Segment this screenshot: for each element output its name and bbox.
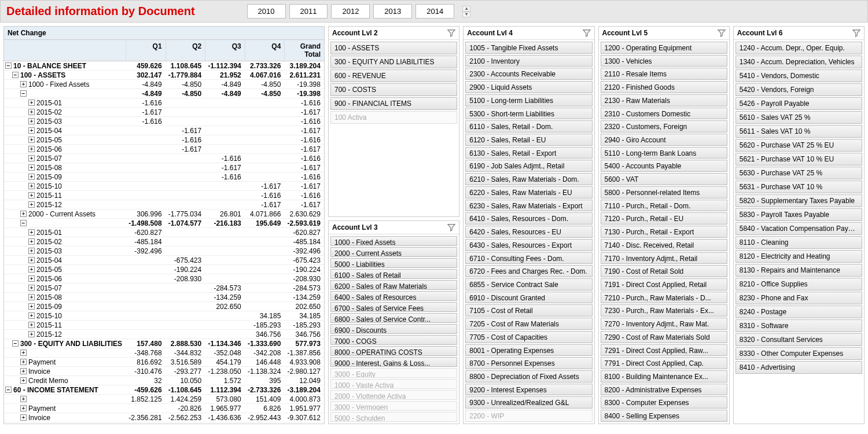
spinner-up-icon[interactable]: ▲ (462, 6, 470, 12)
year-button[interactable]: 2013 (373, 4, 412, 19)
expand-icon[interactable]: + (28, 257, 35, 263)
slicer-item[interactable]: 8800 - Depreciation of Fixed Assets (465, 370, 592, 382)
expand-icon[interactable]: + (28, 312, 35, 319)
slicer-item[interactable]: 8330 - Other Computer Expenses (735, 347, 862, 360)
slicer-item[interactable]: 2120 - Finished Goods (601, 81, 727, 93)
slicer-item[interactable]: 5631 - Purchase VAT 10 % (735, 181, 862, 193)
pivot-row-label[interactable]: +2015-03 (4, 247, 126, 255)
slicer-item[interactable]: 5630 - Purchase VAT 25 % (735, 167, 862, 179)
year-button[interactable]: 2014 (415, 4, 454, 19)
expand-icon[interactable]: + (28, 322, 35, 328)
slicer-item[interactable]: 5610 - Sales VAT 25 % (735, 111, 862, 124)
slicer-item[interactable]: 7110 - Purch., Retail - Dom. (601, 200, 727, 212)
pivot-row-label[interactable]: +2015-06 (4, 275, 126, 283)
slicer-item[interactable]: 7270 - Inventory Adjmt., Raw Mat. (601, 318, 727, 330)
slicer-item[interactable]: 5000 - Liabilities (330, 258, 457, 268)
slicer-item[interactable]: 6420 - Sales, Resources - EU (465, 226, 592, 238)
expand-icon[interactable]: + (20, 414, 27, 421)
slicer-item[interactable]: 2310 - Customers Domestic (601, 108, 727, 120)
slicer-item[interactable]: 3000 - Vermogen (330, 401, 457, 411)
slicer-item[interactable]: 5110 - Long-term Bank Loans (601, 147, 727, 159)
slicer-item[interactable]: 1005 - Tangible Fixed Assets (465, 42, 592, 54)
slicer-item[interactable]: 6910 - Discount Granted (465, 292, 592, 304)
slicer-item[interactable]: 8700 - Personnel Expenses (465, 357, 592, 369)
pivot-row-label[interactable]: + (4, 396, 126, 402)
slicer-item[interactable]: 8001 - Operating Expenses (465, 344, 592, 356)
slicer-item[interactable]: 1000 - Fixed Assets (330, 236, 457, 246)
slicer-item[interactable]: 6210 - Sales, Raw Materials - Dom. (465, 173, 592, 185)
slicer-item[interactable]: 6410 - Sales, Resources - Dom. (465, 212, 592, 225)
pivot-column-header[interactable]: Q4 (245, 40, 285, 61)
expand-icon[interactable]: + (28, 164, 35, 171)
slicer-item[interactable]: 2110 - Resale Items (601, 68, 727, 80)
expand-icon[interactable]: + (28, 331, 35, 337)
pivot-row-label[interactable]: +2015-02 (4, 238, 126, 246)
slicer-item[interactable]: 1340 - Accum. Depreciation, Vehicles (735, 56, 862, 68)
slicer-item[interactable]: 5820 - Supplementary Taxes Payable (735, 194, 862, 207)
slicer-item[interactable]: 8200 - Administrative Expenses (601, 384, 727, 396)
expand-icon[interactable]: + (28, 238, 35, 245)
collapse-icon[interactable]: − (20, 220, 27, 226)
year-button[interactable]: 2011 (289, 4, 328, 19)
slicer-item[interactable]: 8100 - Building Maintenance Ex... (601, 370, 727, 382)
slicer-item[interactable]: 7290 - Cost of Raw Materials Sold (601, 331, 727, 343)
slicer-item[interactable]: 2000 - Vlottende Activa (330, 390, 457, 400)
slicer-item[interactable]: 6100 - Sales of Retail (330, 269, 457, 279)
expand-icon[interactable]: + (28, 303, 35, 310)
slicer-item[interactable]: 7205 - Cost of Raw Materials (465, 318, 592, 330)
slicer-item[interactable]: 7791 - Direct Cost Applied, Cap. (601, 357, 727, 369)
pivot-row-label[interactable]: +2015-10 (4, 182, 126, 190)
slicer-item[interactable]: 8310 - Software (735, 319, 862, 332)
slicer-item[interactable]: 8410 - Advertising (735, 361, 862, 374)
funnel-icon[interactable] (852, 29, 860, 37)
expand-icon[interactable]: + (28, 229, 35, 236)
pivot-row-label[interactable]: +Payment (4, 404, 126, 413)
pivot-column-header[interactable]: Q1 (126, 40, 165, 61)
pivot-row-label[interactable]: +2015-06 (4, 145, 126, 153)
slicer-item[interactable]: 6230 - Sales, Raw Materials - Export (465, 200, 592, 212)
pivot-row-label[interactable]: +2015-12 (4, 330, 126, 339)
slicer-item[interactable]: 3000 - Equity (330, 368, 457, 378)
slicer-item[interactable]: 5300 - Short-term Liabilities (465, 108, 592, 120)
slicer-item[interactable]: 7140 - Disc. Received, Retail (601, 239, 727, 251)
pivot-row-label[interactable]: +2015-04 (4, 256, 126, 264)
slicer-item[interactable]: 900 - FINANCIAL ITEMS (330, 97, 457, 110)
pivot-row-label[interactable]: +2015-12 (4, 201, 126, 209)
expand-icon[interactable]: + (28, 109, 35, 115)
slicer-item[interactable]: 5420 - Vendors, Foreign (735, 83, 862, 96)
year-button[interactable]: 2012 (331, 4, 370, 19)
expand-icon[interactable]: + (28, 294, 35, 300)
slicer-item[interactable]: 6190 - Job Sales Adjmt., Retail (465, 160, 592, 172)
slicer-item[interactable]: 8130 - Repairs and Maintenance (735, 264, 862, 277)
pivot-row-label[interactable]: +2015-09 (4, 173, 126, 181)
slicer-item[interactable]: 6130 - Sales, Retail - Export (465, 147, 592, 159)
expand-icon[interactable]: + (20, 424, 27, 424)
year-button[interactable]: 2010 (247, 4, 286, 19)
slicer-item[interactable]: 6710 - Consulting Fees - Dom. (465, 252, 592, 264)
collapse-icon[interactable]: − (20, 90, 27, 97)
expand-icon[interactable]: + (28, 248, 35, 254)
slicer-item[interactable]: 1200 - Operating Equipment (601, 42, 727, 54)
slicer-item[interactable]: 2130 - Raw Materials (601, 94, 727, 106)
slicer-item[interactable]: 6120 - Sales, Retail - EU (465, 134, 592, 146)
slicer-item[interactable]: 6200 - Sales of Raw Materials (330, 280, 457, 290)
slicer-item[interactable]: 5621 - Purchase VAT 10 % EU (735, 153, 862, 165)
slicer-item[interactable]: 8300 - Computer Expenses (601, 396, 727, 409)
pivot-row-label[interactable]: +2015-10 (4, 312, 126, 320)
pivot-row-label[interactable]: +2015-09 (4, 303, 126, 311)
slicer-item[interactable]: 8400 - Selling Expenses (601, 410, 727, 422)
expand-icon[interactable]: + (20, 396, 27, 402)
slicer-item[interactable]: 6700 - Sales of Service Fees (330, 302, 457, 312)
pivot-row-label[interactable]: +Credit Memo (4, 423, 126, 425)
slicer-item[interactable]: 7191 - Direct Cost Applied, Retail (601, 278, 727, 290)
pivot-row-label[interactable]: −100 - ASSETS (4, 71, 126, 79)
pivot-row-label[interactable]: +2015-08 (4, 164, 126, 172)
slicer-item[interactable]: 5100 - Long-term Liabilities (465, 94, 592, 106)
year-spinner[interactable]: ▲ ▼ (462, 6, 470, 17)
expand-icon[interactable]: + (28, 266, 35, 273)
pivot-row-label[interactable]: +2015-01 (4, 229, 126, 237)
slicer-item[interactable]: 9200 - Interest Expenses (465, 384, 592, 396)
slicer-item[interactable]: 5410 - Vendors, Domestic (735, 69, 862, 82)
expand-icon[interactable]: + (20, 368, 27, 374)
slicer-item[interactable]: 5000 - Schulden (330, 412, 457, 422)
